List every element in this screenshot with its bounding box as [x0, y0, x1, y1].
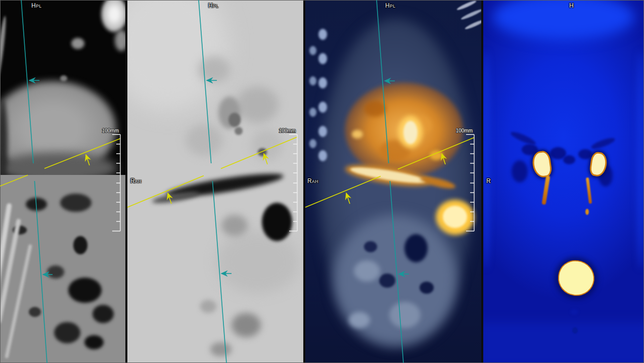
orientation-label-head: HPL	[385, 2, 395, 9]
orientation-label-right: RAH	[307, 177, 318, 185]
orientation-label-head: H	[569, 2, 574, 9]
uptake-focus	[443, 206, 467, 228]
orientation-label-right: RAH	[130, 177, 142, 185]
hot-spot	[403, 121, 418, 144]
ureter-uptake	[542, 175, 550, 205]
panel-fusion-sagittal[interactable]	[305, 1, 481, 362]
panel-pet-sagittal[interactable]	[127, 1, 303, 362]
panel-pet-coronal[interactable]	[483, 1, 643, 362]
orientation-label-head: HPL	[31, 2, 41, 9]
ureter-uptake	[586, 177, 592, 204]
orientation-label-head: HPL	[208, 2, 218, 9]
panel-ct-sagittal[interactable]	[1, 1, 125, 362]
spine-region	[318, 29, 327, 40]
spine-region	[101, 1, 125, 33]
petct-viewer: 100mm 100mm 100mm HPL HPL HPL H RAH RAH …	[0, 0, 644, 363]
orientation-label-right: R	[486, 177, 491, 185]
bladder-uptake	[557, 258, 596, 297]
uptake-focus	[262, 203, 292, 241]
